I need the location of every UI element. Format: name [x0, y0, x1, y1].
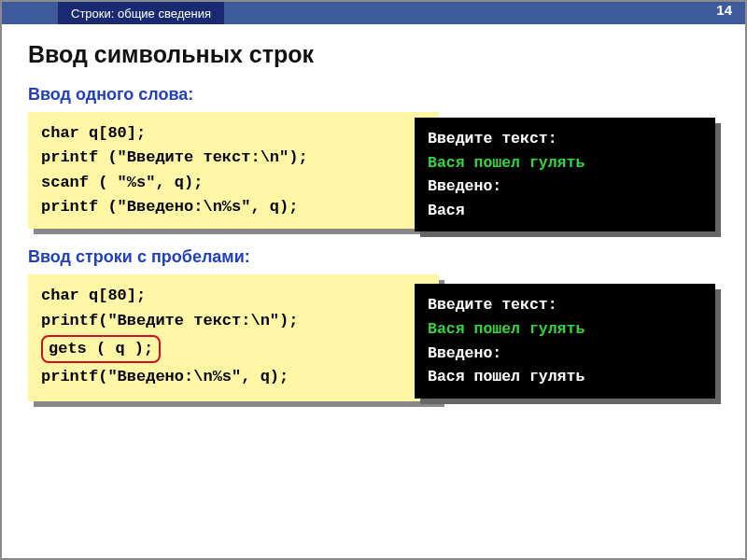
- topbar: Строки: общие сведения 14: [2, 2, 745, 24]
- console-prompt: Введите текст:: [428, 293, 702, 317]
- code-inner: char q[80]; printf("Введите текст:\n"); …: [28, 274, 439, 400]
- code-line: printf("Введите текст:\n");: [41, 309, 426, 333]
- slide-content: Ввод символьных строк Ввод одного слова:…: [2, 24, 745, 401]
- code-line: printf ("Введено:\n%s", q);: [41, 195, 426, 219]
- console-prompt: Введите текст:: [428, 127, 702, 151]
- console-inner: Введите текст: Вася пошел гулять Введено…: [415, 118, 715, 231]
- highlight-box: gets ( q );: [41, 335, 161, 363]
- section-label-1: Ввод одного слова:: [28, 85, 719, 105]
- code-line-highlighted: gets ( q );: [47, 335, 426, 363]
- code-line: char q[80];: [41, 284, 426, 308]
- code-line: scanf ( "%s", q);: [41, 171, 426, 195]
- section-label-2: Ввод строки с пробелами:: [28, 247, 719, 267]
- topbar-gap: [2, 2, 58, 24]
- code-line: printf("Введено:\n%s", q);: [41, 365, 426, 389]
- code-block-2: char q[80]; printf("Введите текст:\n"); …: [28, 274, 439, 400]
- console-label: Введено:: [428, 342, 702, 366]
- console-label: Введено:: [428, 175, 702, 199]
- topbar-page-number: 14: [224, 2, 745, 24]
- console-user-input: Вася пошел гулять: [428, 151, 702, 175]
- example-row-1: char q[80]; printf ("Введите текст:\n");…: [28, 112, 719, 229]
- console-inner: Введите текст: Вася пошел гулять Введено…: [415, 284, 715, 398]
- code-line: printf ("Введите текст:\n");: [41, 146, 426, 170]
- console-output: Вася: [428, 199, 702, 223]
- code-inner: char q[80]; printf ("Введите текст:\n");…: [28, 112, 439, 229]
- topbar-title: Строки: общие сведения: [58, 2, 224, 24]
- code-block-1: char q[80]; printf ("Введите текст:\n");…: [28, 112, 439, 229]
- console-output: Вася пошел гулять: [428, 365, 702, 389]
- slide: Строки: общие сведения 14 Ввод символьны…: [0, 0, 747, 560]
- code-line: char q[80];: [41, 121, 426, 146]
- console-user-input: Вася пошел гулять: [428, 317, 702, 342]
- console-block-2: Введите текст: Вася пошел гулять Введено…: [415, 284, 715, 398]
- example-row-2: char q[80]; printf("Введите текст:\n"); …: [28, 274, 719, 400]
- console-block-1: Введите текст: Вася пошел гулять Введено…: [415, 118, 715, 231]
- page-title: Ввод символьных строк: [28, 41, 719, 68]
